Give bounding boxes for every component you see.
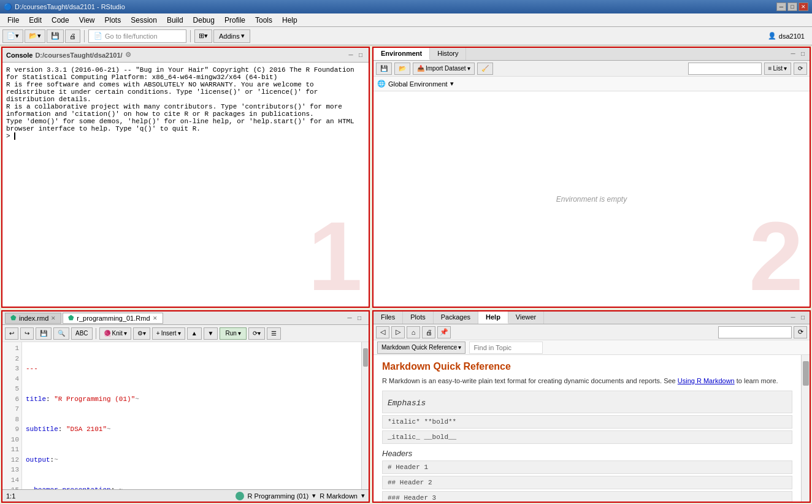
- tab-history[interactable]: History: [430, 48, 466, 60]
- env-open-button[interactable]: 📂: [394, 63, 410, 75]
- menu-session[interactable]: Session: [126, 15, 162, 26]
- knit-arrow-icon: ▾: [124, 330, 127, 337]
- menu-code[interactable]: Code: [47, 15, 74, 26]
- list-icon: ≡: [768, 65, 772, 72]
- new-file-button[interactable]: 📄▾: [2, 29, 23, 43]
- tab-files[interactable]: Files: [373, 311, 403, 324]
- menu-plots[interactable]: Plots: [100, 15, 126, 26]
- env-clear-button[interactable]: 🧹: [477, 63, 493, 75]
- code-line-5: ··beamer_presentation:·~: [26, 485, 358, 489]
- settings-button[interactable]: ⚙▾: [133, 327, 150, 340]
- source-button[interactable]: ⟳▾: [248, 327, 265, 340]
- editor-tab-rprog[interactable]: ⬟ r_programming_01.Rmd ✕: [63, 313, 163, 324]
- help-search-input[interactable]: [718, 326, 792, 338]
- import-dataset-button[interactable]: 📥 Import Dataset ▾: [413, 63, 475, 75]
- editor-tab-index-label: index.rmd: [19, 315, 48, 322]
- help-toolbar: ◁ ▷ ⌂ 🖨 📌 ⟳: [373, 324, 810, 340]
- env-minimize-button[interactable]: ─: [789, 49, 797, 58]
- env-search-input[interactable]: [688, 63, 762, 75]
- run-label: Run: [225, 330, 236, 337]
- help-panel-outer: Markdown Quick Reference R Markdown is a…: [373, 355, 810, 502]
- editor-minimize-button[interactable]: ─: [345, 314, 354, 323]
- next-section-button[interactable]: ▼: [204, 327, 218, 340]
- editor-menu-button[interactable]: ☰: [267, 327, 281, 340]
- tab-packages[interactable]: Packages: [434, 311, 478, 324]
- menu-debug[interactable]: Debug: [188, 15, 220, 26]
- code-line-3: subtitle: "DSA 2101"~: [26, 424, 358, 435]
- open-file-button[interactable]: 📂▾: [25, 29, 45, 43]
- help-emphasis-code1: *italic* **bold**: [382, 415, 792, 429]
- close-button[interactable]: ✕: [799, 2, 808, 11]
- help-forward-button[interactable]: ▷: [391, 326, 405, 338]
- window-title: D:/coursesTaught/dsa2101 - RStudio: [15, 3, 125, 10]
- help-print-button[interactable]: 🖨: [422, 326, 435, 338]
- addins-arrow-icon: ▾: [241, 32, 245, 40]
- help-header3-code: ### Header 3: [382, 491, 792, 502]
- help-refresh-button[interactable]: ⟳: [794, 326, 807, 338]
- code-editor[interactable]: --- title: "R Programming (01)"~ subtitl…: [22, 342, 361, 489]
- workspace-button[interactable]: ⊞▾: [194, 29, 212, 43]
- menu-edit[interactable]: Edit: [24, 15, 47, 26]
- help-scrollbar[interactable]: [801, 355, 810, 502]
- save-button[interactable]: 💾: [47, 29, 64, 43]
- help-minimize-button[interactable]: ─: [789, 313, 797, 321]
- editor-undo-button[interactable]: ↩: [5, 327, 18, 340]
- console-prompt: >: [6, 132, 14, 140]
- help-content[interactable]: Markdown Quick Reference R Markdown is a…: [373, 355, 801, 502]
- console-minimize-button[interactable]: ─: [347, 51, 355, 59]
- tab-environment[interactable]: Environment: [373, 48, 430, 60]
- editor-redo-button[interactable]: ↪: [20, 327, 34, 340]
- editor-tab-index[interactable]: ⬟ index.rmd ✕: [5, 313, 61, 324]
- find-in-topic-input[interactable]: [469, 342, 543, 354]
- insert-button[interactable]: + Insert ▾: [152, 327, 185, 340]
- editor-spell-btn[interactable]: ABC: [71, 327, 93, 340]
- help-home-button[interactable]: ⌂: [407, 326, 420, 338]
- tab-help[interactable]: Help: [478, 311, 508, 324]
- help-scrollbar-thumb[interactable]: [803, 361, 809, 386]
- prev-section-button[interactable]: ▲: [187, 327, 202, 340]
- menu-profile[interactable]: Profile: [220, 15, 250, 26]
- console-cursor[interactable]: [14, 132, 20, 140]
- topic-arrow-icon: ▾: [458, 344, 461, 351]
- editor-save-btn[interactable]: 💾: [36, 327, 52, 340]
- status-mode-arrow: ▾: [361, 492, 365, 500]
- env-refresh-button[interactable]: ⟳: [794, 63, 807, 75]
- editor-find-btn[interactable]: 🔍: [53, 327, 69, 340]
- editor-toolbar: ↩ ↪ 💾 🔍 ABC 🧶 Knit ▾ ⚙▾ + Insert ▾ ▲ ▼ R…: [2, 325, 369, 342]
- console-panel: Console D:/coursesTaught/dsa2101/ ⚙ ─ □ …: [1, 47, 370, 308]
- line-numbers: 12345 678910 1112131415: [2, 342, 22, 489]
- editor-tab-rprog-close[interactable]: ✕: [153, 315, 158, 321]
- editor-tab-index-close[interactable]: ✕: [51, 315, 56, 321]
- help-back-button[interactable]: ◁: [376, 326, 389, 338]
- help-maximize-button[interactable]: □: [799, 313, 807, 321]
- menu-help[interactable]: Help: [277, 15, 302, 26]
- editor-scrollbar[interactable]: [361, 342, 369, 489]
- tab-viewer[interactable]: Viewer: [508, 311, 544, 324]
- run-button[interactable]: Run ▾: [220, 327, 246, 340]
- help-intro: R Markdown is an easy-to-write plain tex…: [382, 377, 792, 384]
- console-text[interactable]: R version 3.3.1 (2016-06-21) -- "Bug in …: [2, 63, 369, 307]
- list-button[interactable]: ≡ List ▾: [764, 63, 791, 75]
- editor-tab-rprog-icon: ⬟: [68, 314, 74, 322]
- console-maximize-button[interactable]: □: [356, 51, 365, 59]
- goto-file-input[interactable]: 📄 Go to file/function: [88, 29, 186, 43]
- menu-view[interactable]: View: [74, 15, 100, 26]
- status-icon: [236, 492, 244, 500]
- env-save-button[interactable]: 💾: [376, 63, 392, 75]
- tab-plots[interactable]: Plots: [403, 311, 433, 324]
- menu-file[interactable]: File: [2, 15, 24, 26]
- editor-scrollbar-thumb[interactable]: [363, 348, 368, 367]
- editor-maximize-button[interactable]: □: [355, 314, 364, 323]
- print-button[interactable]: 🖨: [65, 29, 80, 43]
- window-controls[interactable]: ─ □ ✕: [776, 2, 808, 11]
- maximize-button[interactable]: □: [787, 2, 797, 11]
- topic-dropdown-button[interactable]: Markdown Quick Reference ▾: [377, 342, 465, 354]
- help-link-using-rmarkdown[interactable]: Using R Markdown: [678, 377, 735, 384]
- menu-tools[interactable]: Tools: [250, 15, 277, 26]
- menu-build[interactable]: Build: [162, 15, 188, 26]
- addins-button[interactable]: Addins ▾: [213, 29, 250, 43]
- help-bookmark-button[interactable]: 📌: [437, 326, 451, 338]
- minimize-button[interactable]: ─: [776, 2, 786, 11]
- env-maximize-button[interactable]: □: [799, 49, 807, 58]
- knit-button[interactable]: 🧶 Knit ▾: [99, 327, 131, 340]
